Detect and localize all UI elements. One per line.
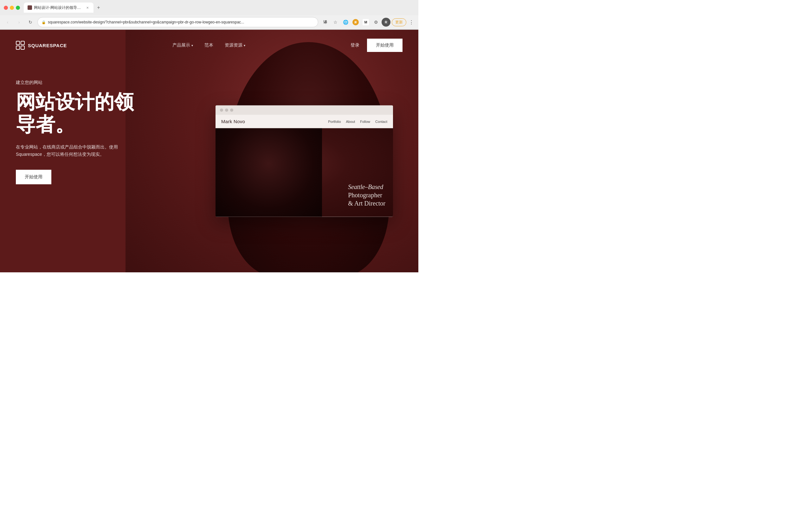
browser-chrome: 网站设计-网站设计的领导者- Sq... ✕ + ‹ › ↻ 🔒 squares… <box>0 0 418 30</box>
mockup-nav-contact: Contact <box>375 119 387 123</box>
mockup-nav-portfolio: Portfolio <box>328 119 341 123</box>
mockup-dot-2 <box>225 108 228 112</box>
close-traffic-light[interactable] <box>4 6 8 10</box>
mockup-brand-name: Mark Novo <box>221 119 245 124</box>
bookmark-icon[interactable]: ☆ <box>331 18 340 27</box>
products-chevron-icon: ▾ <box>191 44 193 47</box>
start-button[interactable]: 开始使用 <box>367 39 402 52</box>
squarespace-nav-right: 登录 开始使用 <box>350 39 402 52</box>
squarespace-nav-links: 产品展示 ▾ 范本 资源资源 ▾ <box>172 43 245 48</box>
mockup-titlebar <box>215 105 393 115</box>
website-content: SQUARESPACE 产品展示 ▾ 范本 资源资源 ▾ 登录 开始使用 建立您… <box>0 30 418 272</box>
svg-rect-0 <box>16 41 20 45</box>
hero-description: 在专业网站，在线商店或产品组合中脱颖而出。使用Squarespace，您可以将任… <box>16 143 136 159</box>
active-tab[interactable]: 网站设计-网站设计的领导者- Sq... ✕ <box>24 2 93 13</box>
browser-titlebar: 网站设计-网站设计的领导者- Sq... ✕ + <box>0 0 418 15</box>
hero-subtitle: 建立您的网站 <box>16 80 402 86</box>
url-text: squarespace.com/website-design/?channel=… <box>48 20 314 24</box>
nav-examples[interactable]: 范本 <box>204 43 213 48</box>
squarespace-navbar: SQUARESPACE 产品展示 ▾ 范本 资源资源 ▾ 登录 开始使用 <box>0 30 418 61</box>
mockup-hero-line2: Photographer <box>348 191 386 199</box>
traffic-lights <box>4 6 20 10</box>
nav-products[interactable]: 产品展示 ▾ <box>172 43 193 48</box>
tab-bar: 网站设计-网站设计的领导者- Sq... ✕ + <box>24 2 415 13</box>
mockup-nav-links: Portfolio About Follow Contact <box>328 119 387 123</box>
mockup-person-silhouette <box>215 128 322 217</box>
minimize-traffic-light[interactable] <box>10 6 14 10</box>
mockup-hero-line3: & Art Director <box>348 199 386 208</box>
address-bar[interactable]: 🔒 squarespace.com/website-design/?channe… <box>38 17 318 27</box>
mockup-hero-line1: Seattle–Based <box>348 183 386 191</box>
browser-toolbar: ‹ › ↻ 🔒 squarespace.com/website-design/?… <box>0 15 418 29</box>
resources-chevron-icon: ▾ <box>244 44 245 47</box>
nav-resources[interactable]: 资源资源 ▾ <box>225 43 245 48</box>
tab-title: 网站设计-网站设计的领导者- Sq... <box>34 5 83 10</box>
mockup-nav-about: About <box>346 119 355 123</box>
new-tab-button[interactable]: + <box>94 3 103 12</box>
m-extension-icon: M <box>363 19 369 25</box>
website-mockup: Mark Novo Portfolio About Follow Contact… <box>215 105 393 217</box>
settings-icon[interactable]: ⚙ <box>371 18 380 27</box>
profile-avatar[interactable]: R <box>382 18 391 27</box>
squarespace-logo[interactable]: SQUARESPACE <box>16 41 67 50</box>
back-button[interactable]: ‹ <box>3 18 12 27</box>
lock-icon: 🔒 <box>42 20 46 24</box>
mockup-dot-1 <box>220 108 223 112</box>
svg-rect-3 <box>21 41 24 45</box>
forward-button[interactable]: › <box>15 18 23 27</box>
refresh-button[interactable]: ↻ <box>26 18 35 27</box>
browser-menu-button[interactable]: ⋮ <box>408 19 415 25</box>
hero-title: 网站设计的领导者。 <box>16 91 149 136</box>
login-link[interactable]: 登录 <box>350 43 360 48</box>
extension-m-icon[interactable]: M <box>361 18 370 27</box>
mockup-site-nav: Mark Novo Portfolio About Follow Contact <box>215 115 393 128</box>
translate-icon[interactable]: 译 <box>321 18 330 27</box>
tab-favicon <box>28 5 32 10</box>
squarespace-logo-text: SQUARESPACE <box>28 43 67 48</box>
mockup-dot-3 <box>230 108 233 112</box>
tab-close-button[interactable]: ✕ <box>85 5 90 10</box>
extension-new-icon[interactable] <box>351 18 360 27</box>
maximize-traffic-light[interactable] <box>16 6 20 10</box>
mockup-hero-text: Seattle–Based Photographer & Art Directo… <box>348 183 386 208</box>
hero-cta-button[interactable]: 开始使用 <box>16 170 51 184</box>
squarespace-logo-icon <box>16 41 25 50</box>
mockup-hero-image: Seattle–Based Photographer & Art Directo… <box>215 128 393 217</box>
edge-icon[interactable]: 🌐 <box>341 18 350 27</box>
mockup-hero-background: Seattle–Based Photographer & Art Directo… <box>215 128 393 217</box>
update-button[interactable]: 更新 <box>392 18 406 26</box>
mockup-nav-follow: Follow <box>360 119 370 123</box>
svg-rect-2 <box>16 46 20 49</box>
new-badge-icon <box>352 19 359 25</box>
toolbar-icons: 译 ☆ 🌐 M ⚙ R 更新 ⋮ <box>321 18 415 27</box>
svg-rect-1 <box>21 46 24 49</box>
